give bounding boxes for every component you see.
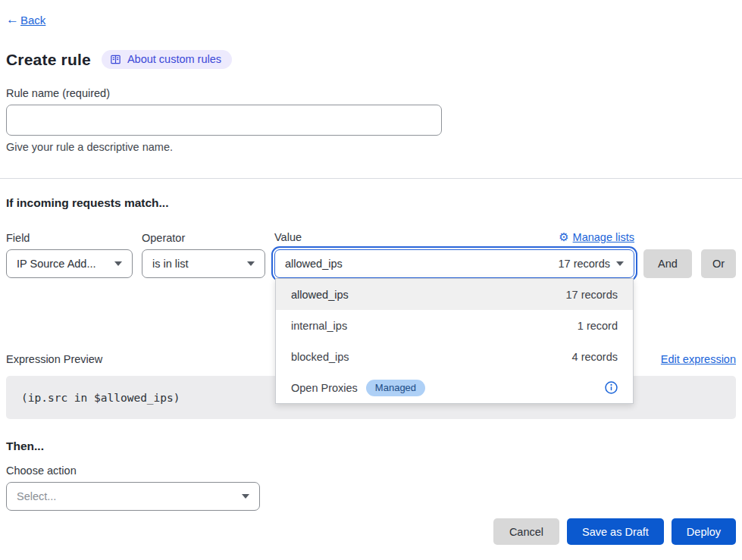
operator-label: Operator xyxy=(142,232,265,244)
and-button[interactable]: And xyxy=(643,249,692,278)
operator-select-value: is in list xyxy=(152,258,189,270)
page-title: Create rule xyxy=(6,51,91,69)
deploy-button[interactable]: Deploy xyxy=(672,518,736,545)
rule-name-input[interactable] xyxy=(6,105,442,136)
condition-row: Field IP Source Add... Operator is in li… xyxy=(6,230,736,278)
edit-expression-link[interactable]: Edit expression xyxy=(661,353,736,365)
book-icon xyxy=(110,54,121,65)
value-select[interactable]: allowed_ips 17 records xyxy=(274,249,634,278)
operator-select[interactable]: is in list xyxy=(142,249,265,278)
rule-name-helper: Give your rule a descriptive name. xyxy=(6,141,736,153)
action-select-placeholder: Select... xyxy=(17,490,56,502)
list-item-name: Open Proxies xyxy=(291,382,358,394)
then-section-heading: Then... xyxy=(6,440,736,453)
list-item-records: 1 record xyxy=(578,320,618,332)
list-item-name: internal_ips xyxy=(291,320,347,332)
chevron-down-icon xyxy=(114,261,122,266)
field-label: Field xyxy=(6,232,133,244)
about-custom-rules-link[interactable]: About custom rules xyxy=(102,50,232,69)
chevron-down-icon xyxy=(242,494,249,499)
list-item-records: 4 records xyxy=(572,351,618,363)
value-select-name: allowed_ips xyxy=(285,258,343,270)
manage-lists-label: Manage lists xyxy=(573,231,634,243)
field-select-value: IP Source Add... xyxy=(17,258,96,270)
list-item-blocked-ips[interactable]: blocked_ips 4 records xyxy=(276,341,633,372)
match-section-heading: If incoming requests match... xyxy=(6,196,736,210)
choose-action-label: Choose action xyxy=(6,465,736,477)
cancel-button[interactable]: Cancel xyxy=(493,518,559,545)
page-header: Create rule About custom rules xyxy=(6,50,736,69)
list-item-records: 17 records xyxy=(565,289,618,301)
list-item-allowed-ips[interactable]: allowed_ips 17 records xyxy=(276,279,633,310)
list-item-name: blocked_ips xyxy=(291,351,349,363)
expression-code: (ip.src in $allowed_ips) xyxy=(21,392,180,404)
list-item-internal-ips[interactable]: internal_ips 1 record xyxy=(276,310,633,341)
info-icon[interactable] xyxy=(605,381,618,394)
about-badge-label: About custom rules xyxy=(127,53,221,65)
back-link-label: Back xyxy=(20,14,45,27)
save-as-draft-button[interactable]: Save as Draft xyxy=(567,518,664,545)
value-select-records: 17 records xyxy=(558,258,610,270)
value-label: Value xyxy=(274,231,302,243)
list-item-open-proxies[interactable]: Open Proxies Managed xyxy=(276,372,633,403)
back-arrow-icon: ← xyxy=(6,12,19,27)
chevron-down-icon xyxy=(247,261,255,266)
rule-name-label: Rule name (required) xyxy=(6,87,736,99)
section-divider xyxy=(0,178,742,179)
gear-icon: ⚙ xyxy=(559,230,568,244)
action-select[interactable]: Select... xyxy=(6,482,260,511)
chevron-down-icon xyxy=(616,261,624,266)
value-dropdown-panel: allowed_ips 17 records internal_ips 1 re… xyxy=(275,278,634,404)
list-item-name: allowed_ips xyxy=(291,289,349,301)
field-select[interactable]: IP Source Add... xyxy=(6,249,133,278)
managed-badge: Managed xyxy=(366,380,425,396)
create-rule-page: ←Back Create rule About custom rules Rul… xyxy=(0,0,742,511)
manage-lists-link[interactable]: ⚙ Manage lists xyxy=(559,230,634,244)
expression-preview-label: Expression Preview xyxy=(6,353,102,365)
or-button[interactable]: Or xyxy=(701,249,736,278)
back-link[interactable]: ←Back xyxy=(6,12,45,27)
footer-actions: Cancel Save as Draft Deploy xyxy=(493,518,736,545)
